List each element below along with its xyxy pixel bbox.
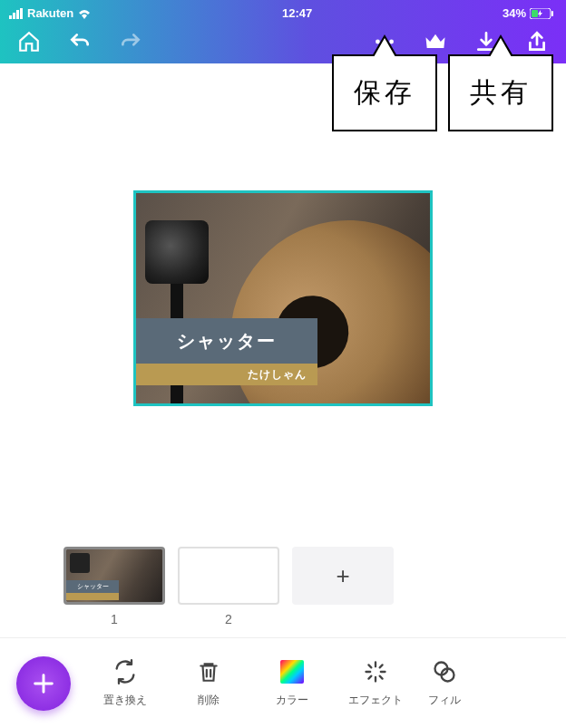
tool-delete-label: 削除 — [198, 693, 220, 708]
color-icon — [278, 658, 306, 685]
share-button[interactable] — [524, 29, 550, 54]
callout-share: 共有 — [448, 54, 553, 131]
svg-rect-3 — [20, 8, 23, 19]
svg-rect-1 — [13, 13, 15, 19]
page-thumb-1[interactable]: シャッター — [63, 547, 165, 605]
canvas-subtitle-text: たけしゃん — [248, 367, 307, 383]
canvas-title-text: シャッター — [177, 329, 277, 354]
add-page-button[interactable]: + — [292, 547, 394, 605]
home-button[interactable] — [16, 29, 42, 54]
callout-save: 保存 — [332, 54, 437, 131]
page-label-1: 1 — [111, 612, 118, 626]
tool-color-label: カラー — [276, 693, 308, 708]
signal-icon — [9, 8, 24, 19]
tool-delete[interactable]: 削除 — [169, 658, 249, 708]
tool-color[interactable]: カラー — [252, 658, 332, 708]
design-canvas[interactable]: シャッター たけしゃん — [133, 190, 433, 406]
page-thumbnails: シャッター 1 2 + — [0, 547, 566, 626]
plus-icon: + — [336, 562, 349, 590]
battery-label: 34% — [503, 6, 526, 20]
canvas-subtitle-band[interactable]: たけしゃん — [136, 364, 317, 385]
status-bar: Rakuten 12:47 34% — [0, 0, 566, 20]
tool-effect[interactable]: エフェクト — [336, 658, 415, 708]
tool-filter[interactable]: フィル — [419, 658, 470, 708]
tool-replace[interactable]: 置き換え — [85, 658, 165, 708]
svg-rect-6 — [551, 11, 553, 16]
carrier-label: Rakuten — [27, 6, 73, 20]
add-element-fab[interactable] — [16, 656, 71, 711]
filter-icon — [431, 658, 458, 685]
replace-icon — [112, 658, 139, 685]
redo-button[interactable] — [118, 29, 143, 54]
trash-icon — [195, 658, 222, 685]
canvas-title-band[interactable]: シャッター — [136, 318, 317, 364]
undo-button[interactable] — [67, 29, 93, 54]
tool-replace-label: 置き換え — [103, 693, 147, 708]
svg-rect-5 — [532, 10, 538, 17]
tool-effect-label: エフェクト — [348, 693, 403, 708]
page-thumb-2[interactable] — [178, 547, 279, 605]
page-label-2: 2 — [225, 612, 232, 626]
wifi-icon — [77, 8, 92, 19]
premium-crown-button[interactable] — [423, 29, 448, 54]
tool-filter-label: フィル — [428, 693, 461, 708]
svg-rect-2 — [16, 10, 19, 19]
battery-icon — [530, 8, 553, 19]
svg-rect-0 — [9, 15, 12, 19]
clock-label: 12:47 — [282, 6, 312, 20]
effect-icon — [362, 658, 389, 685]
